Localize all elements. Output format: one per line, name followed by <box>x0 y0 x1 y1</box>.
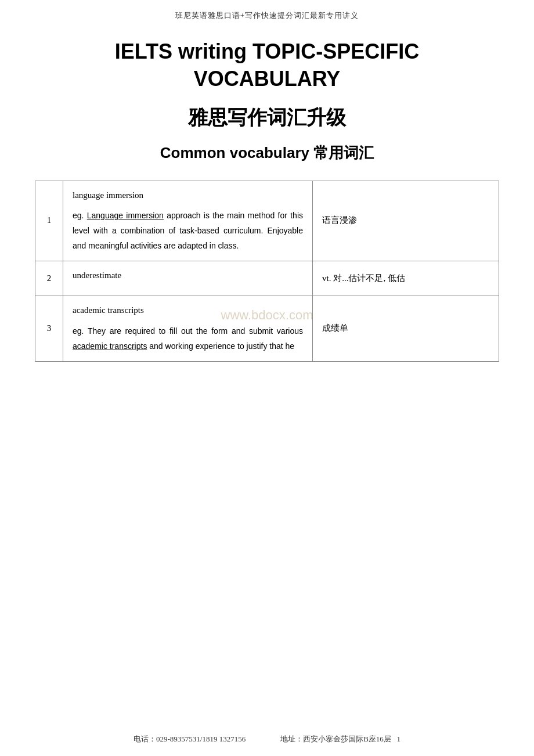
underlined-phrase-1: Language immersion <box>87 211 164 220</box>
footer: 电话：029-89357531/1819 1327156 地址：西安小寨金莎国际… <box>0 734 534 744</box>
title-english-line1: IELTS writing TOPIC-SPECIFIC <box>115 39 420 63</box>
table-row: 2 underestimate vt. 对...估计不足, 低估 <box>35 261 499 296</box>
title-chinese: 雅思写作词汇升级 <box>35 105 499 131</box>
footer-address: 地址：西安小寨金莎国际B座16层 1 <box>280 734 400 744</box>
header-bar: 班尼英语雅思口语+写作快速提分词汇最新专用讲义 <box>0 0 534 27</box>
row-chinese-3: 成绩单 <box>313 296 499 361</box>
table-row: 3 academic transcripts eg. They are requ… <box>35 296 499 361</box>
title-english: IELTS writing TOPIC-SPECIFIC VOCABULARY <box>35 38 499 93</box>
header-text: 班尼英语雅思口语+写作快速提分词汇最新专用讲义 <box>175 11 359 20</box>
row-num-1: 1 <box>35 181 63 261</box>
page: 班尼英语雅思口语+写作快速提分词汇最新专用讲义 IELTS writing TO… <box>0 0 534 756</box>
example-text-1: eg. Language immersion approach is the m… <box>73 208 303 254</box>
row-english-2: underestimate <box>63 261 313 296</box>
vocab-word-1: language immersion <box>73 188 303 203</box>
subtitle: Common vocabulary 常用词汇 <box>35 143 499 163</box>
row-num-3: 3 <box>35 296 63 361</box>
row-chinese-1: 语言浸渗 <box>313 181 499 261</box>
example-text-3: eg. They are required to fill out the fo… <box>73 324 303 354</box>
footer-phone: 电话：029-89357531/1819 1327156 <box>134 734 246 744</box>
title-english-line2: VOCABULARY <box>194 67 341 91</box>
row-english-3: academic transcripts eg. They are requir… <box>63 296 313 361</box>
main-content: IELTS writing TOPIC-SPECIFIC VOCABULARY … <box>0 27 534 408</box>
row-num-2: 2 <box>35 261 63 296</box>
table-row: 1 language immersion eg. Language immers… <box>35 181 499 261</box>
vocab-word-3: academic transcripts <box>73 303 303 318</box>
vocab-table: 1 language immersion eg. Language immers… <box>35 181 499 362</box>
row-english-1: language immersion eg. Language immersio… <box>63 181 313 261</box>
underlined-phrase-3: academic transcripts <box>73 341 147 351</box>
title-section: IELTS writing TOPIC-SPECIFIC VOCABULARY … <box>35 38 499 163</box>
vocab-word-2: underestimate <box>73 268 303 283</box>
row-chinese-2: vt. 对...估计不足, 低估 <box>313 261 499 296</box>
